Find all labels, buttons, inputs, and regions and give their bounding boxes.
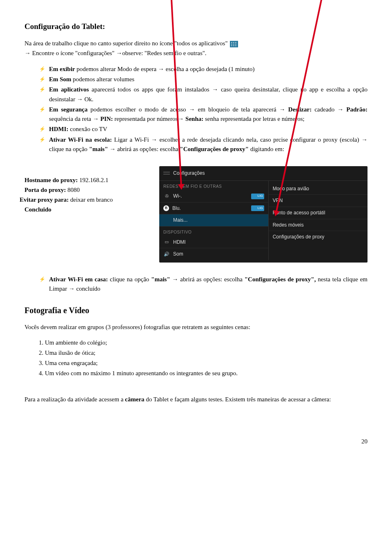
- ss-row-vpn[interactable]: VPN: [269, 195, 368, 207]
- list-item: Em segurança podemos escolher o modo de …: [39, 105, 368, 124]
- ss-category-wireless: REDES SEM FIO E OUTRAS: [159, 181, 268, 191]
- ss-proxy-label: Configurações de proxy: [273, 233, 325, 241]
- ss-row-wifi[interactable]: ✇ Wi-. LIG: [159, 190, 268, 203]
- ss-row-airplane[interactable]: Modo para avião: [269, 181, 368, 195]
- ol-item: Uma ilusão de ótica;: [45, 348, 368, 358]
- ss-header-title: Configurações: [173, 169, 205, 177]
- list-item: HDMI: conexão co TV: [39, 125, 368, 134]
- proxy-and-screenshot-row: Hostname do proxy: 192.168.2.1 Porta do …: [24, 166, 368, 263]
- ol-item: Uma cena engraçada;: [45, 358, 368, 368]
- ss-airplane-label: Modo para avião: [273, 185, 309, 193]
- section-title-fotografia: Fotografia e Vídeo: [24, 304, 368, 317]
- ol-item: Um vídeo com no máximo 1 minuto apresent…: [45, 369, 368, 378]
- ss-wifi-label: Wi-.: [173, 192, 182, 200]
- proxy-done: Concluido: [24, 206, 51, 213]
- android-settings-screenshot: Configurações REDES SEM FIO E OUTRAS ✇ W…: [159, 166, 368, 263]
- proxy-avoid-value: deixar em branco: [70, 196, 113, 203]
- list-item: Em aplicativos aparecerá todos os apps q…: [39, 85, 368, 104]
- closing-paragraph: Para a realização da atividade acessem a…: [24, 395, 368, 404]
- list-item: Em Som podemos alterar volumes: [39, 75, 368, 84]
- apps-grid-icon: [230, 41, 238, 47]
- monitor-icon: ▭: [163, 239, 170, 245]
- ol-item: Um ambiente do colégio;: [45, 338, 368, 347]
- proxy-avoid-label: Evitar proxy para:: [20, 196, 69, 203]
- proxy-port-label: Porta do proxy:: [24, 187, 66, 193]
- ss-row-bluetooth[interactable]: B Blu. LIG: [159, 203, 268, 215]
- ss-category-device: DISPOSITIVO: [159, 227, 268, 236]
- ss-right-panel: Modo para avião VPN Ponto de acesso port…: [269, 181, 368, 260]
- tasks-ordered-list: Um ambiente do colégio; Uma ilusão de ót…: [24, 338, 368, 378]
- page-number: 20: [24, 437, 368, 446]
- ss-hotspot-label: Ponto de acesso portátil: [273, 209, 325, 217]
- section2-intro: Vocês devem realizar em grupos (3 profes…: [24, 323, 368, 332]
- proxy-info-block: Hostname do proxy: 192.168.2.1 Porta do …: [24, 166, 151, 214]
- proxy-port-value: 8080: [67, 187, 80, 193]
- list-item: Ativar Wi-Fi em casa: clique na opção "m…: [39, 275, 368, 294]
- config-bullet-list-2: Ativar Wi-Fi em casa: clique na opção "m…: [24, 275, 368, 294]
- bluetooth-icon: B: [163, 205, 169, 211]
- ss-header: Configurações: [159, 166, 368, 181]
- ss-row-mobile[interactable]: Redes móveis: [269, 219, 368, 231]
- ss-mobile-label: Redes móveis: [273, 221, 304, 229]
- ss-bt-label: Blu.: [172, 205, 181, 212]
- list-item: Em exibir podemos alterar Modo de espera…: [39, 65, 368, 74]
- ss-row-more[interactable]: Mais...: [159, 214, 268, 227]
- ss-row-hdmi[interactable]: ▭ HDMI: [159, 236, 268, 249]
- proxy-hostname-value: 192.168.2.1: [79, 177, 108, 183]
- speaker-icon: 🔊: [163, 251, 170, 257]
- wifi-switch[interactable]: LIG: [251, 194, 264, 199]
- ss-row-sound[interactable]: 🔊 Som: [159, 248, 268, 260]
- wifi-icon: ✇: [163, 194, 170, 199]
- ss-more-label: Mais...: [173, 216, 187, 224]
- proxy-hostname-label: Hostname do proxy:: [24, 177, 78, 183]
- ss-row-proxy[interactable]: Configurações de proxy: [269, 231, 368, 243]
- page-title: Configuração do Tablet:: [24, 20, 368, 32]
- ss-vpn-label: VPN: [273, 197, 283, 205]
- intro-text-2: → Encontre o ícone "configurações" →obse…: [24, 50, 207, 56]
- spacer-icon: [163, 218, 170, 223]
- ss-left-panel: REDES SEM FIO E OUTRAS ✇ Wi-. LIG B Blu.…: [159, 181, 269, 260]
- bt-switch[interactable]: LIG: [251, 205, 264, 211]
- ss-hdmi-label: HDMI: [173, 238, 186, 246]
- list-item: Ativar Wi-Fi na escola: Ligar a Wi-Fi → …: [39, 135, 368, 154]
- intro-text-1: Na área de trabalho clique no canto supe…: [24, 40, 228, 47]
- intro-paragraph: Na área de trabalho clique no canto supe…: [24, 39, 368, 58]
- ss-row-hotspot[interactable]: Ponto de acesso portátil: [269, 207, 368, 219]
- settings-sliders-icon: [163, 171, 170, 175]
- config-bullet-list: Em exibir podemos alterar Modo de espera…: [24, 65, 368, 154]
- ss-som-label: Som: [173, 250, 183, 258]
